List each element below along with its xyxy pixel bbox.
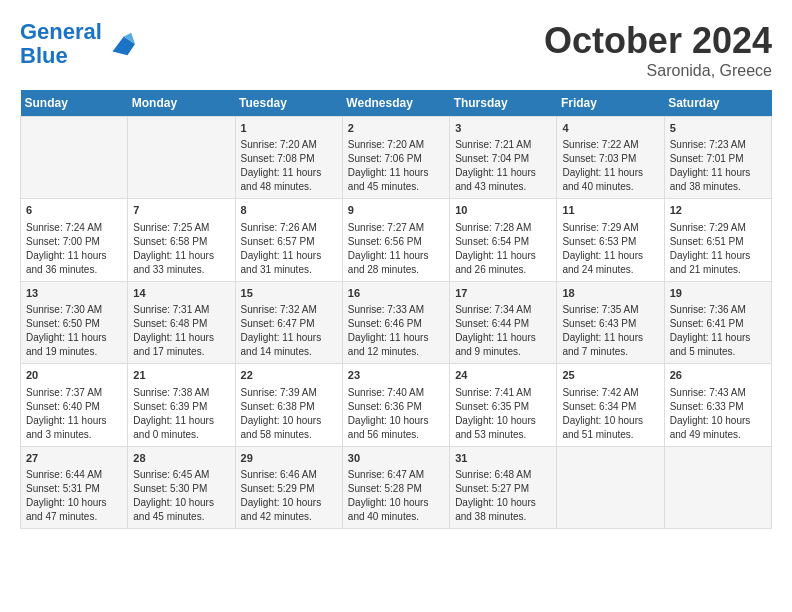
calendar-cell: 23Sunrise: 7:40 AMSunset: 6:36 PMDayligh… [342,364,449,446]
day-number: 19 [670,286,766,301]
calendar-cell: 16Sunrise: 7:33 AMSunset: 6:46 PMDayligh… [342,281,449,363]
daylight-text: Daylight: 11 hours and 38 minutes. [670,167,751,192]
daylight-text: Daylight: 10 hours and 49 minutes. [670,415,751,440]
calendar-cell: 25Sunrise: 7:42 AMSunset: 6:34 PMDayligh… [557,364,664,446]
day-number: 24 [455,368,551,383]
daylight-text: Daylight: 11 hours and 12 minutes. [348,332,429,357]
sunrise-text: Sunrise: 7:33 AM [348,304,424,315]
sunrise-text: Sunrise: 7:40 AM [348,387,424,398]
calendar-cell: 2Sunrise: 7:20 AMSunset: 7:06 PMDaylight… [342,117,449,199]
sunset-text: Sunset: 6:38 PM [241,401,315,412]
sunrise-text: Sunrise: 7:31 AM [133,304,209,315]
sunset-text: Sunset: 5:30 PM [133,483,207,494]
sunset-text: Sunset: 6:39 PM [133,401,207,412]
daylight-text: Daylight: 11 hours and 43 minutes. [455,167,536,192]
sunrise-text: Sunrise: 7:29 AM [670,222,746,233]
daylight-text: Daylight: 11 hours and 5 minutes. [670,332,751,357]
sunrise-text: Sunrise: 7:21 AM [455,139,531,150]
daylight-text: Daylight: 11 hours and 36 minutes. [26,250,107,275]
calendar-week-row: 27Sunrise: 6:44 AMSunset: 5:31 PMDayligh… [21,446,772,528]
day-number: 26 [670,368,766,383]
day-number: 3 [455,121,551,136]
sunset-text: Sunset: 7:01 PM [670,153,744,164]
daylight-text: Daylight: 11 hours and 31 minutes. [241,250,322,275]
sunrise-text: Sunrise: 7:28 AM [455,222,531,233]
weekday-header-monday: Monday [128,90,235,117]
sunset-text: Sunset: 7:04 PM [455,153,529,164]
sunrise-text: Sunrise: 7:26 AM [241,222,317,233]
sunrise-text: Sunrise: 7:43 AM [670,387,746,398]
day-number: 15 [241,286,337,301]
calendar-cell: 26Sunrise: 7:43 AMSunset: 6:33 PMDayligh… [664,364,771,446]
sunrise-text: Sunrise: 7:39 AM [241,387,317,398]
day-number: 20 [26,368,122,383]
day-number: 17 [455,286,551,301]
sunrise-text: Sunrise: 6:44 AM [26,469,102,480]
logo: General Blue [20,20,135,68]
sunrise-text: Sunrise: 7:29 AM [562,222,638,233]
calendar-cell: 19Sunrise: 7:36 AMSunset: 6:41 PMDayligh… [664,281,771,363]
calendar-cell: 11Sunrise: 7:29 AMSunset: 6:53 PMDayligh… [557,199,664,281]
sunrise-text: Sunrise: 7:42 AM [562,387,638,398]
daylight-text: Daylight: 10 hours and 56 minutes. [348,415,429,440]
sunrise-text: Sunrise: 7:32 AM [241,304,317,315]
calendar-cell [21,117,128,199]
daylight-text: Daylight: 11 hours and 26 minutes. [455,250,536,275]
sunrise-text: Sunrise: 7:25 AM [133,222,209,233]
month-year: October 2024 [544,20,772,62]
calendar-cell: 5Sunrise: 7:23 AMSunset: 7:01 PMDaylight… [664,117,771,199]
sunset-text: Sunset: 6:58 PM [133,236,207,247]
sunset-text: Sunset: 7:03 PM [562,153,636,164]
sunset-text: Sunset: 6:41 PM [670,318,744,329]
sunrise-text: Sunrise: 6:47 AM [348,469,424,480]
day-number: 1 [241,121,337,136]
calendar-cell: 21Sunrise: 7:38 AMSunset: 6:39 PMDayligh… [128,364,235,446]
weekday-header-saturday: Saturday [664,90,771,117]
sunset-text: Sunset: 6:44 PM [455,318,529,329]
sunset-text: Sunset: 7:06 PM [348,153,422,164]
sunrise-text: Sunrise: 7:38 AM [133,387,209,398]
sunset-text: Sunset: 7:00 PM [26,236,100,247]
weekday-header-row: SundayMondayTuesdayWednesdayThursdayFrid… [21,90,772,117]
calendar-cell: 17Sunrise: 7:34 AMSunset: 6:44 PMDayligh… [450,281,557,363]
day-number: 13 [26,286,122,301]
sunrise-text: Sunrise: 6:48 AM [455,469,531,480]
calendar-cell: 24Sunrise: 7:41 AMSunset: 6:35 PMDayligh… [450,364,557,446]
daylight-text: Daylight: 11 hours and 14 minutes. [241,332,322,357]
sunset-text: Sunset: 6:54 PM [455,236,529,247]
day-number: 4 [562,121,658,136]
daylight-text: Daylight: 11 hours and 45 minutes. [348,167,429,192]
calendar-cell [128,117,235,199]
calendar-cell: 10Sunrise: 7:28 AMSunset: 6:54 PMDayligh… [450,199,557,281]
sunrise-text: Sunrise: 7:24 AM [26,222,102,233]
page-header: General Blue October 2024 Saronida, Gree… [20,20,772,80]
sunset-text: Sunset: 6:48 PM [133,318,207,329]
sunset-text: Sunset: 6:47 PM [241,318,315,329]
day-number: 25 [562,368,658,383]
sunset-text: Sunset: 6:40 PM [26,401,100,412]
sunset-text: Sunset: 5:31 PM [26,483,100,494]
calendar-cell: 30Sunrise: 6:47 AMSunset: 5:28 PMDayligh… [342,446,449,528]
day-number: 29 [241,451,337,466]
daylight-text: Daylight: 11 hours and 24 minutes. [562,250,643,275]
day-number: 10 [455,203,551,218]
weekday-header-sunday: Sunday [21,90,128,117]
sunrise-text: Sunrise: 7:30 AM [26,304,102,315]
day-number: 5 [670,121,766,136]
sunset-text: Sunset: 6:51 PM [670,236,744,247]
daylight-text: Daylight: 10 hours and 42 minutes. [241,497,322,522]
calendar-cell: 6Sunrise: 7:24 AMSunset: 7:00 PMDaylight… [21,199,128,281]
day-number: 11 [562,203,658,218]
daylight-text: Daylight: 10 hours and 51 minutes. [562,415,643,440]
sunset-text: Sunset: 6:34 PM [562,401,636,412]
sunset-text: Sunset: 6:46 PM [348,318,422,329]
sunrise-text: Sunrise: 7:37 AM [26,387,102,398]
sunset-text: Sunset: 6:43 PM [562,318,636,329]
day-number: 30 [348,451,444,466]
calendar-cell: 3Sunrise: 7:21 AMSunset: 7:04 PMDaylight… [450,117,557,199]
day-number: 21 [133,368,229,383]
sunrise-text: Sunrise: 7:20 AM [241,139,317,150]
day-number: 31 [455,451,551,466]
sunrise-text: Sunrise: 7:36 AM [670,304,746,315]
sunset-text: Sunset: 6:36 PM [348,401,422,412]
